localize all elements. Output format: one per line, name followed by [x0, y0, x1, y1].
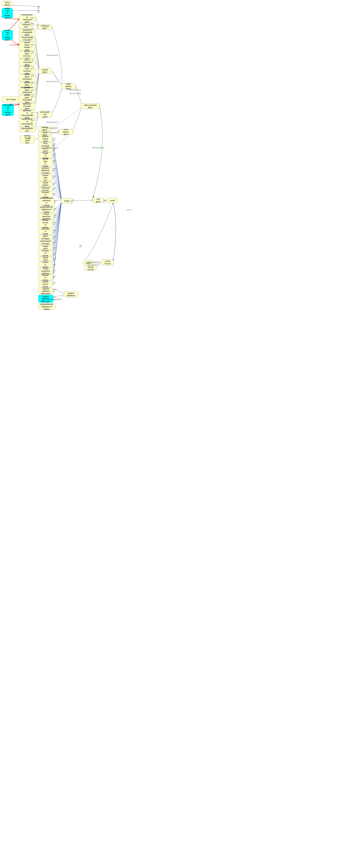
label-ccf-located-2: ccf_located_in [9, 44, 20, 46]
node-lingual-tonsil: lingualtonsil [38, 256, 53, 261]
label-part-of-oral-mouth: partof [103, 199, 106, 203]
label-part-of-sub-m2: partof [31, 120, 34, 123]
label-part-of-par7: partof [31, 82, 34, 85]
label-rdfs-4: rdfs:subClassOf [69, 92, 81, 94]
node-sublingual-caruncle: sublingualcaruncle [38, 187, 53, 191]
node-gingival-epithelium: gingivalepithelium [64, 291, 78, 297]
label-part-of-t6: partof [53, 168, 56, 172]
node-homo-sapiens: Homo sapiens [2, 1, 13, 6]
label-part-of-t22: partof [53, 270, 56, 273]
node-anterior-lingual-gland: anteriorlingualgland [38, 136, 53, 142]
label-part-of-t23: partof [53, 275, 56, 279]
node-mesenchyme-tongue: mesenchymeof tongue [38, 240, 53, 245]
edges-svg [0, 0, 350, 868]
label-part-of-t11: partof [54, 200, 57, 204]
node-dorsum-tongue: dorsumoftongue [38, 275, 53, 281]
node-major-salivary-gland: majorsalivarygland [61, 83, 76, 89]
label-part-of-t5: partof [53, 160, 56, 163]
node-buccal-mucosa: buccalmucosa [85, 266, 97, 271]
label-rdfs-paraker: rdfs:subClassOf [50, 299, 62, 301]
node-acinar-cell-salivary: acinarcellofsalivarygland [2, 30, 13, 40]
label-part-of-par4: partof [31, 60, 34, 63]
label-ccf-located-1: ccf_located_in [9, 18, 20, 20]
label-part-of-t17: partof [53, 241, 56, 245]
label-part-of-tongue-oral: partof [71, 199, 74, 203]
node-epithelium-tongue: epitheliumoftongue [38, 228, 53, 235]
label-rdfs-gingiva-1: rdfs:subClassOf [88, 261, 99, 263]
graph-container: Homo sapiens striatedcellofsalivarygland… [0, 0, 350, 868]
label-part-of-t15: partof [53, 229, 56, 233]
node-tongue-taste-bud: tonguetastebud [38, 174, 53, 181]
label-part-of-par1: partof [31, 36, 34, 40]
label-part-of-t10: partof [53, 193, 56, 196]
node-mouth-mucosa: mouthmucosa [101, 259, 114, 266]
node-body-of-tongue: bodyof tongue [38, 142, 53, 147]
label-rdfs-green: rdfs:subClassOf [92, 147, 104, 149]
node-lingual-septum: lingualseptum [38, 182, 53, 186]
label-part-of-tongue: part of [127, 209, 131, 211]
label-rdfs-gingiva-2: rdfs:subClassOf [88, 264, 99, 266]
node-dermal-layer-tongue: dermallayeroftongue [38, 159, 53, 166]
label-part-of-1: partof [38, 6, 40, 9]
node-cell-of-gland: cell of gland [2, 97, 20, 102]
node-margin-of-tongue: marginoftongue [38, 153, 53, 158]
label-part-of-t12: partof [54, 208, 57, 211]
label-part-of-anterior-lingual: partof [29, 136, 32, 140]
label-part-of-2: partof [38, 10, 40, 14]
label-part-of-t3: partof [53, 148, 56, 152]
label-part-of-t2: partof [53, 143, 56, 147]
label-rdfs-3: rdfs:subClassOf [69, 89, 81, 91]
node-intercalated-cell-salivary: intercalatedcellofsalivarygland [2, 104, 14, 116]
label-part-of-t20: partof [53, 258, 56, 261]
label-part-of-g1: partof [53, 289, 56, 292]
node-minor-salivary-gland: minorsalivarygland [59, 129, 73, 135]
label-part-of-par2: partof [31, 43, 34, 47]
label-part-of-sub-m1: partof [31, 112, 34, 115]
node-submandibular-duct: submandibularduct [19, 127, 35, 132]
label-part-of-t9: partof [53, 187, 56, 191]
label-rdfs-1: rdfs:subClassOf [46, 54, 58, 56]
node-gland-tongue: glandof tongue [38, 235, 53, 240]
node-surface-tongue: surfaceoftongue [38, 261, 53, 268]
label-part-of-t1: partof [53, 138, 56, 141]
label-rdfs-8: rdfs:subClassOf [46, 147, 58, 149]
label-part-of-par3: partof [31, 51, 34, 55]
node-sublingual-gland: sublingualgland [38, 24, 52, 30]
node-intrinsic-muscle-tongue: intrinsicmuscleoftongue [38, 220, 53, 228]
node-mucosa-tongue: mucosaoftongue [38, 250, 53, 256]
label-rdfs-6: rdfs:subClassOf [46, 127, 58, 129]
node-striated-cell-salivary: striatedcellofsalivarygland [2, 8, 13, 18]
label-rdfs-7: rdfs:subClassOf [46, 132, 58, 133]
label-part-of-t14: partof [53, 222, 56, 225]
label-part-of-gingiva-mouth: partof [79, 244, 82, 248]
label-part-of-sub1: partof [31, 17, 34, 21]
node-parotid-gland: parotidgland [38, 68, 52, 74]
label-part-of-sub3: partof [31, 28, 34, 32]
label-part-of-par6: partof [31, 74, 34, 78]
node-gustatory-epithelium: gustatoryepitheliumof tongue [38, 167, 53, 174]
node-anterior-lingual-gland-duct: anteriorlingualglandduct [20, 135, 35, 143]
node-parakeratinized-epithelium-tongue: parakeratinizedepithelium oftongue [38, 206, 55, 213]
node-mouth: mouth [107, 198, 118, 203]
label-part-of-g2: partof [53, 296, 56, 300]
node-tongue-keratinized: tonguekeratinizedepithelium [38, 268, 53, 274]
label-part-of-par9: partof [31, 95, 34, 99]
node-lingual-artery: lingualartery [38, 245, 53, 250]
label-ccf-located-3: ccf_located_in [9, 103, 20, 105]
label-part-of-t4: partof [53, 153, 56, 157]
label-part-of-par8: partof [31, 89, 34, 93]
label-part-of-t19: partof [53, 253, 56, 256]
label-part-of-par5: partof [31, 67, 34, 71]
label-part-of-t18: partof [53, 247, 56, 250]
node-non-keratinized-epithelium: non-keratinizedepitheliumoftongue [38, 198, 55, 206]
node-gingival-epithelial-attachment: gingivalepithelialattachment [38, 288, 53, 294]
node-oral-gland: oralgland [93, 198, 104, 203]
node-saliva-secreting-gland: saliva-secretinggland [81, 103, 99, 109]
node-frenulum-tongue: frenulumoftongue [38, 192, 53, 197]
label-part-of-t13: partof [54, 214, 57, 218]
node-parakeratinized-gingiva: parakeratinizedepithelium ofgingiva [38, 303, 55, 310]
node-epithelium-parotid: epitheliumof parotidgland [19, 103, 35, 110]
label-part-of-t21: partof [53, 264, 56, 268]
node-submandibular-gland: submandib-ulargland [38, 111, 52, 118]
label-part-of-t8: partof [53, 182, 56, 186]
